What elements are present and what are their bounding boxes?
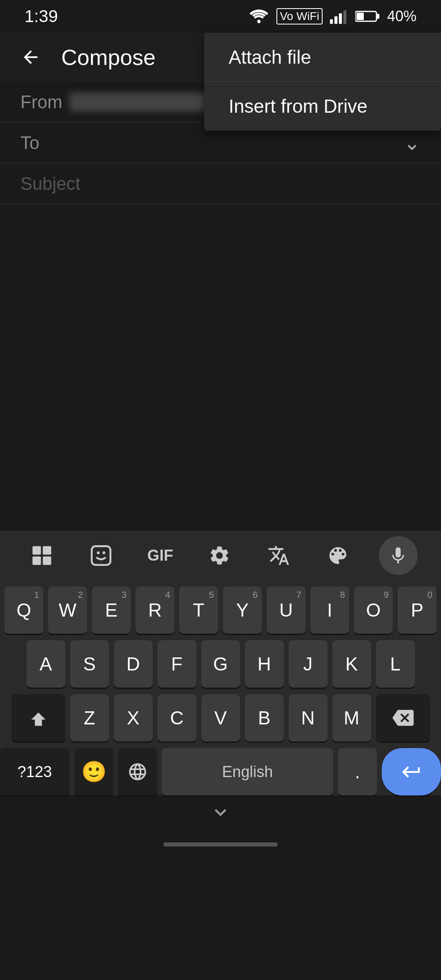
home-indicator bbox=[0, 828, 441, 861]
key-a[interactable]: A bbox=[27, 640, 65, 688]
key-f[interactable]: F bbox=[158, 640, 196, 688]
svg-rect-7 bbox=[356, 13, 364, 20]
subject-input[interactable]: Subject bbox=[20, 174, 80, 194]
signal-icon bbox=[330, 8, 348, 24]
space-label: English bbox=[222, 763, 273, 781]
status-time: 1:39 bbox=[24, 7, 58, 26]
period-label: . bbox=[355, 761, 360, 783]
key-n[interactable]: N bbox=[289, 694, 327, 742]
period-key[interactable]: . bbox=[338, 748, 377, 795]
microphone-button[interactable] bbox=[379, 536, 418, 575]
chevron-down-icon[interactable] bbox=[208, 808, 233, 824]
wifi-icon bbox=[249, 8, 269, 24]
key-x[interactable]: X bbox=[114, 694, 153, 742]
key-c[interactable]: C bbox=[158, 694, 196, 742]
key-b[interactable]: B bbox=[245, 694, 284, 742]
keyboard: 1Q 2W 3E 4R 5T 6Y 7U 8I 9O 0P A S D F G … bbox=[0, 580, 441, 795]
emoji-key[interactable]: 🙂 bbox=[74, 748, 113, 795]
backspace-icon bbox=[392, 707, 414, 728]
num123-key[interactable]: ?123 bbox=[0, 748, 69, 795]
key-h[interactable]: H bbox=[245, 640, 284, 688]
key-t[interactable]: 5T bbox=[179, 586, 218, 634]
to-label: To bbox=[20, 133, 69, 153]
back-button[interactable] bbox=[16, 43, 45, 71]
key-q[interactable]: 1Q bbox=[4, 586, 43, 634]
key-m[interactable]: M bbox=[332, 694, 371, 742]
key-o[interactable]: 9O bbox=[354, 586, 393, 634]
keyboard-row-2: A S D F G H J K L bbox=[0, 640, 441, 688]
battery-icon bbox=[355, 9, 380, 24]
status-icons: Vo WiFi 40% bbox=[249, 8, 416, 25]
enter-icon bbox=[400, 761, 423, 783]
keyboard-row-4: ?123 🙂 English . bbox=[0, 748, 441, 795]
chevron-down-icon[interactable]: ⌄ bbox=[403, 131, 421, 155]
keyboard-row-3: Z X C V B N M bbox=[0, 694, 441, 742]
sticker-icon bbox=[90, 544, 112, 567]
key-u[interactable]: 7U bbox=[267, 586, 305, 634]
translate-button[interactable] bbox=[261, 537, 297, 574]
num123-label: ?123 bbox=[18, 763, 52, 781]
key-z[interactable]: Z bbox=[70, 694, 109, 742]
svg-point-14 bbox=[102, 551, 105, 554]
key-g[interactable]: G bbox=[201, 640, 240, 688]
gif-button[interactable]: GIF bbox=[142, 537, 179, 574]
microphone-icon bbox=[388, 546, 408, 566]
dropdown-menu: Attach file Insert from Drive bbox=[204, 33, 441, 131]
from-label: From bbox=[20, 92, 69, 112]
space-key[interactable]: English bbox=[162, 748, 333, 795]
key-d[interactable]: D bbox=[114, 640, 153, 688]
globe-icon bbox=[127, 762, 148, 782]
app-grid-icon bbox=[31, 544, 53, 567]
svg-rect-9 bbox=[43, 546, 51, 555]
gear-icon bbox=[208, 544, 231, 567]
status-bar: 1:39 Vo WiFi 40% bbox=[0, 0, 441, 33]
svg-rect-3 bbox=[339, 13, 342, 24]
settings-button[interactable] bbox=[201, 537, 238, 574]
svg-rect-8 bbox=[33, 546, 41, 555]
svg-rect-11 bbox=[43, 557, 51, 565]
body-input[interactable] bbox=[0, 204, 441, 531]
key-s[interactable]: S bbox=[70, 640, 109, 688]
key-w[interactable]: 2W bbox=[48, 586, 87, 634]
palette-button[interactable] bbox=[320, 537, 356, 574]
subject-row[interactable]: Subject bbox=[0, 163, 441, 204]
svg-point-0 bbox=[257, 20, 261, 23]
key-l[interactable]: L bbox=[376, 640, 415, 688]
key-i[interactable]: 8I bbox=[310, 586, 349, 634]
enter-key[interactable] bbox=[382, 748, 441, 795]
shift-key[interactable] bbox=[11, 694, 65, 742]
vowifi-badge: Vo WiFi bbox=[276, 8, 322, 24]
app-grid-button[interactable] bbox=[24, 537, 60, 574]
compose-area: From To ⌄ Subject bbox=[0, 82, 441, 531]
key-p[interactable]: 0P bbox=[398, 586, 437, 634]
svg-rect-6 bbox=[377, 14, 379, 19]
key-v[interactable]: V bbox=[201, 694, 240, 742]
attach-file-menu-item[interactable]: Attach file bbox=[204, 33, 441, 82]
palette-icon bbox=[327, 544, 349, 567]
svg-point-13 bbox=[97, 551, 100, 554]
insert-from-drive-menu-item[interactable]: Insert from Drive bbox=[204, 82, 441, 131]
delete-key[interactable] bbox=[376, 694, 430, 742]
home-bar bbox=[163, 842, 278, 846]
battery-level: 40% bbox=[387, 8, 416, 25]
key-e[interactable]: 3E bbox=[92, 586, 131, 634]
key-r[interactable]: 4R bbox=[136, 586, 174, 634]
svg-rect-1 bbox=[330, 19, 333, 24]
gif-label: GIF bbox=[147, 547, 173, 564]
key-k[interactable]: K bbox=[332, 640, 371, 688]
svg-rect-2 bbox=[334, 16, 337, 24]
shift-icon bbox=[28, 707, 49, 728]
emoji-icon: 🙂 bbox=[81, 760, 107, 784]
keyboard-row-1: 1Q 2W 3E 4R 5T 6Y 7U 8I 9O 0P bbox=[0, 586, 441, 634]
keyboard-toolbar: GIF bbox=[0, 531, 441, 580]
keyboard-collapse-area[interactable] bbox=[0, 804, 441, 828]
key-j[interactable]: J bbox=[289, 640, 327, 688]
translate-icon bbox=[267, 544, 290, 567]
svg-rect-10 bbox=[33, 557, 41, 565]
from-value-blurred bbox=[69, 93, 208, 111]
sticker-button[interactable] bbox=[83, 537, 120, 574]
globe-key[interactable] bbox=[118, 748, 157, 795]
key-y[interactable]: 6Y bbox=[223, 586, 262, 634]
svg-rect-12 bbox=[92, 546, 111, 565]
svg-rect-4 bbox=[343, 10, 346, 24]
